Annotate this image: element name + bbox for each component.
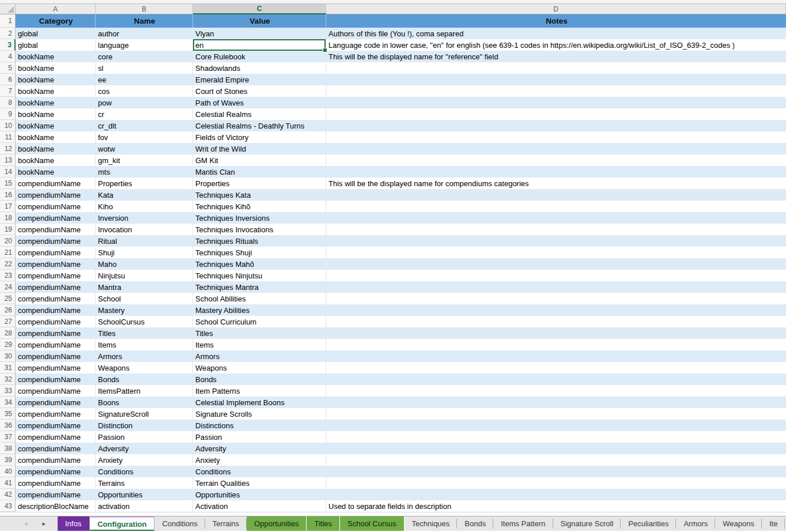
- cell-D38[interactable]: [326, 443, 786, 454]
- cell-B7[interactable]: cos: [96, 85, 193, 97]
- cell-A34[interactable]: compendiumName: [16, 397, 96, 408]
- cell-C5[interactable]: Shadowlands: [193, 62, 326, 74]
- row-header-42[interactable]: 42: [0, 489, 16, 500]
- cell-A9[interactable]: bookName: [16, 108, 96, 120]
- cell-C27[interactable]: School Curriculum: [193, 316, 326, 327]
- select-all-button[interactable]: [0, 4, 16, 14]
- cell-C31[interactable]: Weapons: [193, 362, 326, 373]
- cell-D24[interactable]: [326, 281, 786, 293]
- cell-B13[interactable]: gm_kit: [96, 154, 193, 166]
- cell-A30[interactable]: compendiumName: [16, 350, 96, 362]
- sheet-nav-left-icon[interactable]: ◂: [24, 520, 28, 527]
- cell-A38[interactable]: compendiumName: [16, 443, 96, 454]
- cell-A14[interactable]: bookName: [16, 166, 96, 178]
- cell-D8[interactable]: [326, 97, 786, 108]
- row-header-20[interactable]: 20: [0, 235, 16, 247]
- cell-A33[interactable]: compendiumName: [16, 385, 96, 397]
- cell-D6[interactable]: [326, 74, 786, 85]
- cell-D3[interactable]: Language code in lower case, "en" for en…: [326, 39, 786, 51]
- cell-D15[interactable]: This will be the displayed name for comp…: [326, 178, 786, 189]
- row-header-40[interactable]: 40: [0, 466, 16, 477]
- cell-C37[interactable]: Passion: [193, 431, 326, 443]
- cell-A29[interactable]: compendiumName: [16, 339, 96, 350]
- row-header-15[interactable]: 15: [0, 178, 16, 189]
- cell-D43[interactable]: Used to separate fields in description: [326, 500, 786, 512]
- cell-C42[interactable]: Opportunities: [193, 489, 326, 500]
- cell-A36[interactable]: compendiumName: [16, 420, 96, 431]
- cell-A12[interactable]: bookName: [16, 143, 96, 154]
- cell-D33[interactable]: [326, 385, 786, 397]
- cell-D4[interactable]: This will be the displayed name for "ref…: [326, 51, 786, 62]
- cell-B34[interactable]: Boons: [96, 397, 193, 408]
- cell-A13[interactable]: bookName: [16, 154, 96, 166]
- cell-A37[interactable]: compendiumName: [16, 431, 96, 443]
- cell-C34[interactable]: Celestial Implement Boons: [193, 397, 326, 408]
- cell-C12[interactable]: Writ of the Wild: [193, 143, 326, 154]
- cell-B31[interactable]: Weapons: [96, 362, 193, 373]
- cell-C9[interactable]: Celestial Realms: [193, 108, 326, 120]
- cell-C21[interactable]: Techniques Shuji: [193, 247, 326, 258]
- sheet-tab-configuration[interactable]: Configuration: [89, 516, 154, 531]
- row-header-43[interactable]: 43: [0, 500, 16, 512]
- cell-D41[interactable]: [326, 477, 786, 489]
- cell-A31[interactable]: compendiumName: [16, 362, 96, 373]
- column-header-a[interactable]: A: [16, 4, 96, 14]
- row-header-18[interactable]: 18: [0, 212, 16, 224]
- cell-A26[interactable]: compendiumName: [16, 304, 96, 316]
- row-header-34[interactable]: 34: [0, 397, 16, 408]
- cell-C29[interactable]: Items: [193, 339, 326, 350]
- cell-A18[interactable]: compendiumName: [16, 212, 96, 224]
- cell-A43[interactable]: descriptionBlocName: [16, 500, 96, 512]
- cell-C30[interactable]: Armors: [193, 350, 326, 362]
- cell-B16[interactable]: Kata: [96, 189, 193, 201]
- row-header-41[interactable]: 41: [0, 477, 16, 489]
- sheet-tab-bonds[interactable]: Bonds: [457, 516, 493, 531]
- cell-B38[interactable]: Adversity: [96, 443, 193, 454]
- cell-D18[interactable]: [326, 212, 786, 224]
- cell-D21[interactable]: [326, 247, 786, 258]
- cell-A27[interactable]: compendiumName: [16, 316, 96, 327]
- cell-B41[interactable]: Terrains: [96, 477, 193, 489]
- row-header-4[interactable]: 4: [0, 51, 16, 62]
- cell-D32[interactable]: [326, 373, 786, 385]
- row-header-39[interactable]: 39: [0, 454, 16, 466]
- cell-B28[interactable]: Titles: [96, 327, 193, 339]
- cell-C1[interactable]: Value: [193, 14, 326, 28]
- sheet-tab-school-cursus[interactable]: School Cursus: [340, 516, 405, 531]
- cell-B43[interactable]: activation: [96, 500, 193, 512]
- cell-A20[interactable]: compendiumName: [16, 235, 96, 247]
- cell-D40[interactable]: [326, 466, 786, 477]
- cell-D37[interactable]: [326, 431, 786, 443]
- row-header-16[interactable]: 16: [0, 189, 16, 201]
- sheet-tab-terrains[interactable]: Terrains: [205, 516, 247, 531]
- cell-C19[interactable]: Techniques Invocations: [193, 224, 326, 235]
- cell-A11[interactable]: bookName: [16, 131, 96, 143]
- cell-B5[interactable]: sl: [96, 62, 193, 74]
- row-header-19[interactable]: 19: [0, 224, 16, 235]
- cell-B14[interactable]: mts: [96, 166, 193, 178]
- cell-C15[interactable]: Properties: [193, 178, 326, 189]
- cell-C7[interactable]: Court of Stones: [193, 85, 326, 97]
- cell-D5[interactable]: [326, 62, 786, 74]
- sheet-tab-armors[interactable]: Armors: [676, 516, 715, 531]
- cell-A22[interactable]: compendiumName: [16, 258, 96, 270]
- cell-A42[interactable]: compendiumName: [16, 489, 96, 500]
- cell-B24[interactable]: Mantra: [96, 281, 193, 293]
- sheet-tab-opportunities[interactable]: Opportunities: [247, 516, 307, 531]
- cell-B27[interactable]: SchoolCursus: [96, 316, 193, 327]
- cell-D42[interactable]: [326, 489, 786, 500]
- cell-D29[interactable]: [326, 339, 786, 350]
- row-header-38[interactable]: 38: [0, 443, 16, 454]
- row-header-2[interactable]: 2: [0, 28, 16, 39]
- cell-D26[interactable]: [326, 304, 786, 316]
- row-header-21[interactable]: 21: [0, 247, 16, 258]
- cell-D28[interactable]: [326, 327, 786, 339]
- cell-B9[interactable]: cr: [96, 108, 193, 120]
- row-header-33[interactable]: 33: [0, 385, 16, 397]
- cell-B10[interactable]: cr_dlt: [96, 120, 193, 131]
- cell-B8[interactable]: pow: [96, 97, 193, 108]
- cell-A7[interactable]: bookName: [16, 85, 96, 97]
- row-header-24[interactable]: 24: [0, 281, 16, 293]
- cell-C6[interactable]: Emerald Empire: [193, 74, 326, 85]
- cell-A39[interactable]: compendiumName: [16, 454, 96, 466]
